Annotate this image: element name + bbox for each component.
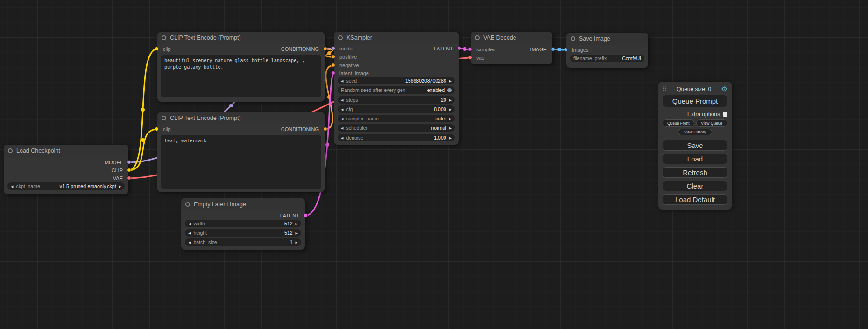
port-conditioning-output[interactable] [323,47,327,51]
port-positive-input[interactable] [331,55,335,59]
widget-value: v1-5-pruned-emaonly.ckpt [59,183,116,189]
input-slot-samples: samples [476,46,495,53]
node-titlebar[interactable]: Save Image [566,33,648,45]
increment-arrow-icon[interactable]: ▶ [296,241,298,244]
collapse-dot-icon[interactable] [571,36,575,41]
port-conditioning-output[interactable] [323,127,327,131]
load-button[interactable]: Load [663,154,727,164]
widget-denoise[interactable]: ◀ denoise 1.000 ▶ [338,134,455,141]
extra-options-checkbox[interactable] [723,112,727,117]
node-ksampler[interactable]: KSampler model positive negative latent_… [334,32,459,145]
increment-arrow-icon[interactable]: ▶ [449,126,452,130]
widget-cfg[interactable]: ◀ cfg 8.000 ▶ [338,105,455,113]
increment-arrow-icon[interactable]: ▶ [119,185,121,188]
collapse-dot-icon[interactable] [8,148,13,153]
node-titlebar[interactable]: VAE Decode [471,32,552,44]
collapse-dot-icon[interactable] [475,35,480,40]
decrement-arrow-icon[interactable]: ◀ [341,136,343,140]
collapse-dot-icon[interactable] [162,35,166,40]
clear-button[interactable]: Clear [663,181,727,191]
drag-handle-icon[interactable]: ⠿ [663,86,667,92]
collapse-dot-icon[interactable] [162,116,166,120]
toggle-dot-icon[interactable] [447,88,452,92]
widget-value: normal [431,125,446,131]
decrement-arrow-icon[interactable]: ◀ [341,79,343,83]
node-save-image[interactable]: Save Image images filename_prefix ComfyU… [566,33,648,68]
queue-prompt-button[interactable]: Queue Prompt [663,95,727,107]
decrement-arrow-icon[interactable]: ◀ [188,241,191,244]
decrement-arrow-icon[interactable]: ◀ [341,98,343,102]
widget-label: filename_prefix [573,56,607,61]
widget-seed[interactable]: ◀ seed 156680208700286 ▶ [338,77,455,84]
increment-arrow-icon[interactable]: ▶ [296,222,298,225]
wire-midpoint-dot [325,143,329,147]
queue-front-button[interactable]: Queue Front [663,119,694,127]
port-vae-output[interactable] [127,176,131,180]
collapse-dot-icon[interactable] [185,202,190,207]
increment-arrow-icon[interactable]: ▶ [449,98,452,102]
node-titlebar[interactable]: KSampler [334,32,459,44]
collapse-dot-icon[interactable] [338,35,343,40]
port-clip-input[interactable] [155,127,159,131]
widget-label: height [193,230,207,236]
widget-value: euler [435,116,446,121]
port-latent-output[interactable] [457,46,461,50]
input-slot-images: images [572,46,588,54]
view-history-button[interactable]: View History [678,129,712,135]
port-vae-input[interactable] [468,56,472,60]
view-queue-button[interactable]: View Queue [696,119,728,127]
negative-prompt-textarea[interactable]: text, watermark [161,135,321,189]
increment-arrow-icon[interactable]: ▶ [449,79,452,83]
positive-prompt-textarea[interactable]: beautiful scenery nature glass bottle la… [161,55,321,97]
node-titlebar[interactable]: Load Checkpoint [4,145,128,157]
widget-sampler-name[interactable]: ◀ sampler_name euler ▶ [338,115,455,122]
widget-steps[interactable]: ◀ steps 20 ▶ [338,96,455,104]
gear-icon[interactable]: ⚙ [721,85,727,92]
slot-label: CONDITIONING [281,46,319,52]
output-slot-clip: CLIP [112,167,123,174]
decrement-arrow-icon[interactable]: ◀ [341,126,343,130]
port-model-output[interactable] [127,160,131,164]
port-negative-input[interactable] [331,63,335,67]
decrement-arrow-icon[interactable]: ◀ [188,222,191,225]
port-clip-output[interactable] [127,168,131,172]
decrement-arrow-icon[interactable]: ◀ [188,231,191,235]
increment-arrow-icon[interactable]: ▶ [449,136,452,140]
widget-width[interactable]: ◀ width 512 ▶ [185,220,301,227]
port-model-input[interactable] [331,46,335,50]
node-empty-latent-image[interactable]: Empty Latent Image LATENT ◀ width 512 ▶ … [181,198,305,250]
node-vae-decode[interactable]: VAE Decode samples vae IMAGE [471,32,552,64]
port-image-output[interactable] [551,47,555,51]
increment-arrow-icon[interactable]: ▶ [449,117,452,120]
output-slot-model: MODEL [105,159,123,166]
load-default-button[interactable]: Load Default [663,194,727,205]
widget-filename-prefix[interactable]: filename_prefix ComfyUI [570,55,644,62]
widget-height[interactable]: ◀ height 512 ▶ [185,229,301,237]
node-clip-text-encode-positive[interactable]: CLIP Text Encode (Prompt) clip CONDITION… [157,32,325,102]
node-titlebar[interactable]: Empty Latent Image [181,198,305,210]
increment-arrow-icon[interactable]: ▶ [296,231,298,235]
widget-ckpt-name[interactable]: ◀ ckpt_name v1-5-pruned-emaonly.ckpt ▶ [7,182,125,190]
wire-midpoint-dot [327,51,331,55]
port-images-input[interactable] [564,48,568,52]
widget-random-seed-toggle[interactable]: Random seed after every gen enabled [338,86,455,94]
widget-scheduler[interactable]: ◀ scheduler normal ▶ [338,124,455,132]
node-clip-text-encode-negative[interactable]: CLIP Text Encode (Prompt) clip CONDITION… [157,112,325,192]
comfyui-canvas[interactable]: { "colors": { "model": "#B39DDB", "clip"… [0,0,868,329]
decrement-arrow-icon[interactable]: ◀ [341,108,343,111]
node-titlebar[interactable]: CLIP Text Encode (Prompt) [157,32,325,44]
save-button[interactable]: Save [663,140,727,151]
port-latent-output[interactable] [303,213,308,217]
widget-label: batch_size [193,239,217,245]
port-latent-image-input[interactable] [331,71,335,75]
node-titlebar[interactable]: CLIP Text Encode (Prompt) [157,112,325,124]
port-samples-input[interactable] [468,47,472,51]
decrement-arrow-icon[interactable]: ◀ [341,117,343,120]
decrement-arrow-icon[interactable]: ◀ [11,185,13,188]
increment-arrow-icon[interactable]: ▶ [449,108,452,111]
widget-batch-size[interactable]: ◀ batch_size 1 ▶ [185,238,301,246]
node-load-checkpoint[interactable]: Load Checkpoint MODEL CLIP VAE ◀ ckpt_na… [4,145,128,194]
wire-clip-negative [128,129,157,170]
port-clip-input[interactable] [155,47,159,51]
refresh-button[interactable]: Refresh [663,167,727,178]
